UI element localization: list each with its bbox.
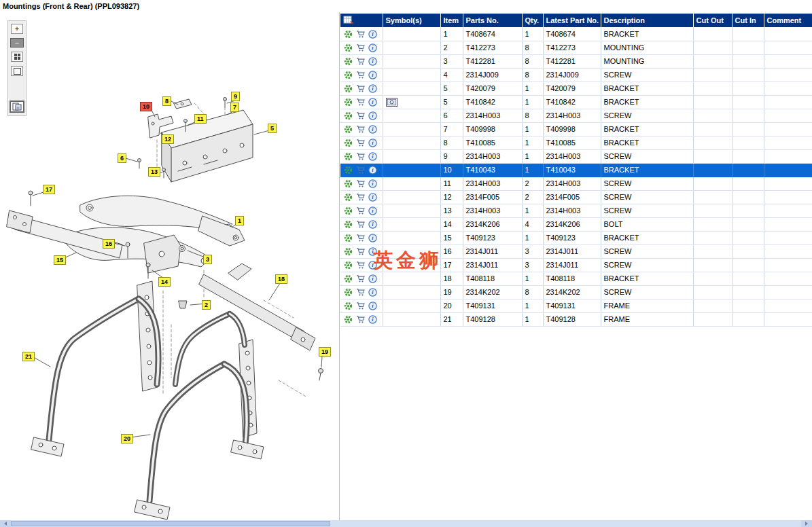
- callout-14[interactable]: 14: [158, 277, 171, 287]
- add-part-icon[interactable]: [344, 111, 353, 120]
- cart-icon[interactable]: [356, 220, 365, 229]
- table-row[interactable]: i 2 T412273 8 T412273 MOUNTING: [340, 41, 812, 54]
- cart-icon[interactable]: [356, 274, 365, 283]
- info-icon[interactable]: i: [368, 220, 377, 229]
- cart-icon[interactable]: [356, 247, 365, 256]
- callout-13[interactable]: 13: [148, 167, 160, 177]
- callout-17[interactable]: 17: [43, 185, 55, 194]
- info-icon[interactable]: i: [368, 98, 377, 107]
- add-part-icon[interactable]: [344, 206, 353, 215]
- info-icon[interactable]: i: [368, 43, 377, 52]
- column-header-symbols[interactable]: Symbol(s): [383, 14, 440, 27]
- add-part-icon[interactable]: [344, 30, 353, 39]
- cart-icon[interactable]: [356, 30, 365, 39]
- table-row[interactable]: i 8 T410085 1 T410085 BRACKET: [340, 136, 812, 149]
- add-part-icon[interactable]: [344, 57, 353, 66]
- add-part-icon[interactable]: [344, 315, 353, 324]
- callout-16[interactable]: 16: [103, 239, 115, 249]
- column-header-latest[interactable]: Latest Part No.: [543, 14, 601, 27]
- zoom-in-button[interactable]: +: [11, 24, 23, 34]
- callout-3[interactable]: 3: [203, 255, 212, 264]
- page-layout-button[interactable]: [10, 101, 24, 113]
- add-part-icon[interactable]: [344, 152, 353, 161]
- table-row[interactable]: i 4 2314J009 8 2314J009 SCREW: [340, 68, 812, 81]
- cart-icon[interactable]: [356, 139, 365, 147]
- add-part-icon[interactable]: [344, 220, 353, 229]
- table-row[interactable]: i 12 2314F005 2 2314F005 SCREW: [340, 190, 812, 204]
- table-row[interactable]: i 3 T412281 8 T412281 MOUNTING: [340, 54, 812, 68]
- info-icon[interactable]: i: [368, 288, 377, 297]
- add-part-icon[interactable]: [344, 302, 353, 310]
- callout-9[interactable]: 9: [231, 92, 240, 101]
- callout-19[interactable]: 19: [319, 347, 331, 357]
- table-row[interactable]: i 5 T410842 1 T410842 BRACKET: [340, 95, 812, 109]
- image-icon[interactable]: [386, 98, 398, 107]
- add-part-icon[interactable]: [344, 84, 353, 93]
- cart-icon[interactable]: [356, 315, 365, 324]
- table-row[interactable]: i 19 2314K202 8 2314K202 SCREW: [340, 285, 812, 299]
- scroll-right-button[interactable]: [801, 520, 812, 527]
- add-part-icon[interactable]: [344, 139, 353, 147]
- info-icon[interactable]: i: [368, 139, 377, 147]
- cart-icon[interactable]: [356, 98, 365, 107]
- table-row[interactable]: i 13 2314H003 1 2314H003 SCREW: [340, 204, 812, 217]
- column-header-cut_out[interactable]: Cut Out: [693, 14, 732, 27]
- info-icon[interactable]: i: [368, 84, 377, 93]
- table-row[interactable]: i 5 T420079 1 T420079 BRACKET: [340, 81, 812, 95]
- table-row[interactable]: i 7 T409998 1 T409998 BRACKET: [340, 122, 812, 136]
- cart-icon[interactable]: [356, 206, 365, 215]
- horizontal-scrollbar[interactable]: [0, 520, 812, 527]
- table-row[interactable]: i 10 T410043 1 T410043 BRACKET: [340, 163, 812, 177]
- cart-icon[interactable]: [356, 152, 365, 161]
- info-icon[interactable]: i: [368, 125, 377, 134]
- info-icon[interactable]: i: [368, 152, 377, 161]
- info-icon[interactable]: i: [368, 234, 377, 242]
- callout-12[interactable]: 12: [162, 134, 174, 144]
- column-header-cut_in[interactable]: Cut In: [732, 14, 764, 27]
- add-part-icon[interactable]: [344, 98, 353, 107]
- zoom-fit-button[interactable]: [11, 52, 23, 62]
- table-row[interactable]: i 15 T409123 1 T409123 BRACKET: [340, 231, 812, 244]
- table-row[interactable]: i 6 2314H003 8 2314H003 SCREW: [340, 109, 812, 122]
- callout-15[interactable]: 15: [54, 255, 66, 265]
- column-header-item[interactable]: Item: [440, 14, 463, 27]
- cart-icon[interactable]: [356, 261, 365, 270]
- info-icon[interactable]: i: [368, 315, 377, 324]
- callout-21[interactable]: 21: [22, 352, 35, 361]
- add-part-icon[interactable]: [344, 274, 353, 283]
- info-icon[interactable]: i: [368, 302, 377, 310]
- cart-icon[interactable]: [356, 193, 365, 202]
- add-part-icon[interactable]: [344, 71, 353, 79]
- callout-10[interactable]: 10: [140, 102, 152, 111]
- info-icon[interactable]: i: [368, 274, 377, 283]
- callout-2[interactable]: 2: [202, 300, 211, 310]
- zoom-window-button[interactable]: [11, 66, 23, 76]
- callout-1[interactable]: 1: [235, 216, 244, 225]
- add-part-icon[interactable]: [344, 288, 353, 297]
- callout-6[interactable]: 6: [118, 153, 126, 163]
- cart-icon[interactable]: [356, 125, 365, 134]
- cart-icon[interactable]: [356, 288, 365, 297]
- info-icon[interactable]: i: [368, 166, 377, 175]
- column-header-comment[interactable]: Comment: [764, 14, 812, 27]
- table-row[interactable]: i 14 2314K206 4 2314K206 BOLT: [340, 217, 812, 231]
- table-row[interactable]: i 11 2314H003 2 2314H003 SCREW: [340, 177, 812, 190]
- add-part-icon[interactable]: [344, 179, 353, 188]
- zoom-out-button[interactable]: −: [10, 38, 24, 48]
- add-part-icon[interactable]: [344, 166, 353, 175]
- cart-icon[interactable]: [356, 111, 365, 120]
- info-icon[interactable]: i: [368, 206, 377, 215]
- add-part-icon[interactable]: [344, 234, 353, 242]
- info-icon[interactable]: i: [368, 71, 377, 79]
- cart-icon[interactable]: [356, 166, 365, 175]
- info-icon[interactable]: i: [368, 179, 377, 188]
- info-icon[interactable]: i: [368, 111, 377, 120]
- add-part-icon[interactable]: [344, 43, 353, 52]
- callout-20[interactable]: 20: [121, 434, 133, 443]
- add-part-icon[interactable]: [344, 247, 353, 256]
- info-icon[interactable]: i: [368, 193, 377, 202]
- table-row[interactable]: i 9 2314H003 1 2314H003 SCREW: [340, 149, 812, 163]
- info-icon[interactable]: i: [368, 30, 377, 39]
- cart-icon[interactable]: [356, 84, 365, 93]
- callout-11[interactable]: 11: [194, 114, 207, 124]
